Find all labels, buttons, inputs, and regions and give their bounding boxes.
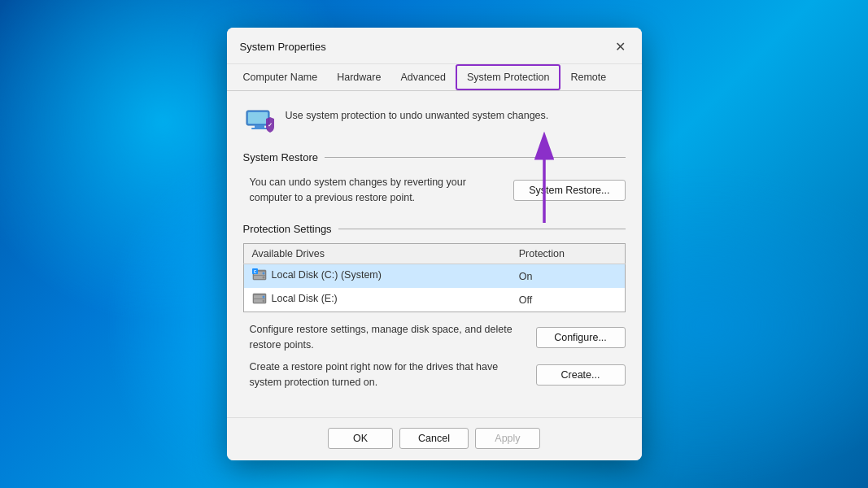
dialog-body: ✓ Use system protection to undo unwanted… xyxy=(227,91,642,418)
dialog-title: System Properties xyxy=(240,41,326,53)
close-button[interactable]: ✕ xyxy=(609,36,632,59)
apply-button[interactable]: Apply xyxy=(475,428,540,449)
drives-table: Available Drives Protection xyxy=(243,243,626,312)
restore-content: You can undo system changes by reverting… xyxy=(243,172,626,212)
system-restore-title: System Restore xyxy=(243,151,318,163)
ok-button[interactable]: OK xyxy=(328,428,393,449)
tab-hardware[interactable]: Hardware xyxy=(327,64,390,90)
svg-point-15 xyxy=(262,296,264,298)
configure-description: Configure restore settings, manage disk … xyxy=(250,322,523,353)
drive-c-label: Local Disk (C:) (System) xyxy=(272,269,382,281)
header-description: Use system protection to undo unwanted s… xyxy=(286,104,549,124)
svg-point-9 xyxy=(262,277,264,279)
svg-rect-2 xyxy=(255,125,264,128)
protection-settings-section: Protection Settings Available Drives Pro… xyxy=(243,223,626,393)
protection-cell-e: Off xyxy=(511,288,625,312)
hdd-icon-c: C xyxy=(252,268,267,281)
svg-text:✓: ✓ xyxy=(268,122,273,128)
svg-point-8 xyxy=(262,272,264,275)
table-row[interactable]: Local Disk (E:) Off xyxy=(243,288,625,312)
cancel-button[interactable]: Cancel xyxy=(399,428,469,449)
tabs-container: Computer Name Hardware Advanced System P… xyxy=(227,64,642,91)
protection-settings-title: Protection Settings xyxy=(243,223,332,235)
dialog-footer: OK Cancel Apply xyxy=(227,417,642,460)
hdd-icon-e xyxy=(252,292,267,305)
section-divider-2 xyxy=(338,229,626,229)
system-restore-button[interactable]: System Restore... xyxy=(513,180,625,201)
create-button[interactable]: Create... xyxy=(536,364,626,386)
svg-text:C: C xyxy=(253,269,256,274)
protection-cell-c: On xyxy=(511,264,625,289)
svg-rect-3 xyxy=(251,128,268,129)
tab-advanced[interactable]: Advanced xyxy=(390,64,456,90)
protection-settings-header: Protection Settings xyxy=(243,223,626,235)
system-restore-header: System Restore xyxy=(243,151,626,163)
system-restore-section: System Restore You can undo system chang… xyxy=(243,151,626,212)
drive-icon-c: C Local Disk (C:) (System) xyxy=(252,268,382,281)
configure-row: Configure restore settings, manage disk … xyxy=(243,322,626,359)
tab-remote[interactable]: Remote xyxy=(560,64,616,90)
table-row[interactable]: C Local Disk (C:) (System) On xyxy=(243,264,625,289)
tab-system-protection[interactable]: System Protection xyxy=(456,64,560,90)
drive-cell: C Local Disk (C:) (System) xyxy=(243,264,511,289)
configure-button[interactable]: Configure... xyxy=(536,327,626,348)
create-description: Create a restore point right now for the… xyxy=(250,359,523,390)
svg-point-16 xyxy=(262,300,264,303)
section-divider xyxy=(325,157,626,158)
drive-icon-e: Local Disk (E:) xyxy=(252,292,338,305)
col-protection: Protection xyxy=(511,244,625,264)
system-properties-dialog: System Properties ✕ Computer Name Hardwa… xyxy=(227,28,642,461)
create-row: Create a restore point right now for the… xyxy=(243,359,626,394)
col-available-drives: Available Drives xyxy=(243,244,511,264)
svg-rect-1 xyxy=(248,112,268,124)
drive-cell-e: Local Disk (E:) xyxy=(243,288,511,312)
drive-e-label: Local Disk (E:) xyxy=(272,293,338,304)
system-protection-icon: ✓ xyxy=(243,104,276,137)
restore-description: You can undo system changes by reverting… xyxy=(250,175,501,206)
title-bar: System Properties ✕ xyxy=(227,28,642,64)
header-section: ✓ Use system protection to undo unwanted… xyxy=(243,104,626,137)
tab-computer-name[interactable]: Computer Name xyxy=(233,64,328,90)
dialog-overlay: System Properties ✕ Computer Name Hardwa… xyxy=(0,0,868,488)
